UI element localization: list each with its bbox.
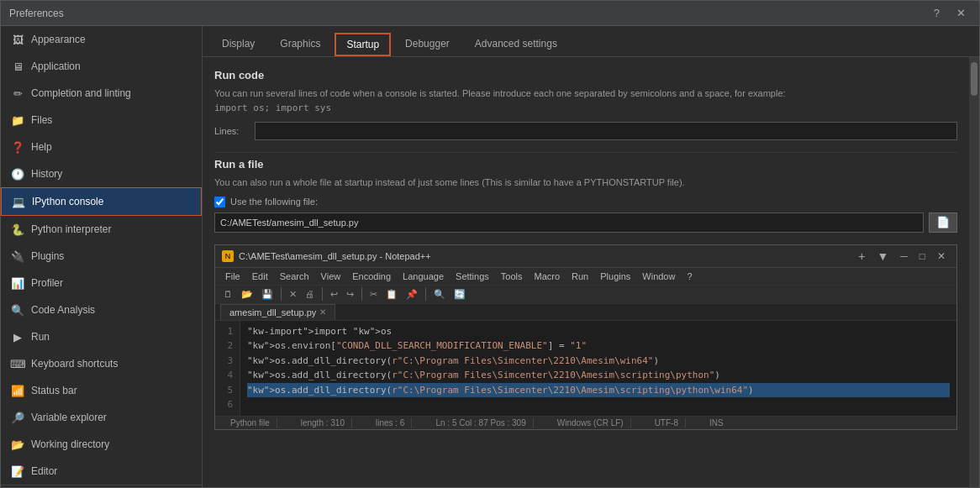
toolbar-undo[interactable]: ↩: [327, 287, 341, 302]
tab-graphics[interactable]: Graphics: [269, 33, 331, 56]
notepad-menubar: FileEditSearchViewEncodingLanguageSettin…: [215, 268, 956, 286]
sidebar-item-working-directory[interactable]: 📂 Working directory: [1, 431, 202, 458]
tab-display[interactable]: Display: [211, 33, 266, 56]
line-num-4: 4: [222, 368, 233, 383]
sidebar-item-appearance[interactable]: 🖼 Appearance: [1, 26, 202, 53]
sidebar-item-status-bar[interactable]: 📶 Status bar: [1, 377, 202, 404]
use-file-checkbox[interactable]: [214, 197, 225, 207]
notepad-menu-tools[interactable]: Tools: [496, 270, 528, 283]
toolbar-open[interactable]: 📂: [238, 287, 256, 302]
sidebar-item-completion[interactable]: ✏ Completion and linting: [1, 80, 202, 107]
file-path-input[interactable]: [214, 213, 924, 233]
close-button[interactable]: ✕: [951, 5, 971, 21]
notepad-title-left: N C:\AMETest\amesim_dll_setup.py - Notep…: [222, 250, 431, 262]
lines-input[interactable]: [255, 122, 957, 140]
notepad-file-tab[interactable]: amesim_dll_setup.py ✕: [220, 304, 335, 320]
line-num-5: 5: [222, 383, 233, 398]
sidebar-item-ipython[interactable]: 💻 IPython console: [1, 187, 202, 216]
notepad-dropdown-button[interactable]: ▼: [872, 249, 893, 264]
sidebar-item-run[interactable]: ▶ Run: [1, 323, 202, 350]
sidebar-item-profiler[interactable]: 📊 Profiler: [1, 270, 202, 296]
notepad-menu-encoding[interactable]: Encoding: [347, 270, 396, 283]
notepad-maximize-button[interactable]: □: [915, 249, 930, 263]
notepad-code-area: 123456 "kw-import">import "kw">os"kw">os…: [215, 321, 956, 417]
content-scroll-area[interactable]: Run code You can run several lines of co…: [203, 57, 969, 487]
tab-debugger[interactable]: Debugger: [394, 33, 461, 56]
sidebar-icon-appearance: 🖼: [11, 33, 24, 46]
toolbar-search[interactable]: 🔍: [430, 287, 449, 302]
notepad-menu-window[interactable]: Window: [637, 270, 680, 283]
tab-advanced[interactable]: Advanced settings: [464, 33, 568, 56]
run-code-desc: You can run several lines of code when a…: [214, 87, 957, 115]
sidebar-icon-variable-explorer: 🔎: [11, 411, 24, 424]
scrollbar-thumb[interactable]: [971, 62, 977, 96]
sidebar-icon-profiler: 📊: [11, 276, 24, 290]
scrollbar[interactable]: [969, 57, 979, 487]
toolbar-close[interactable]: ✕: [286, 287, 300, 302]
file-browse-button[interactable]: 📄: [929, 213, 957, 233]
titlebar: Preferences ? ✕: [1, 1, 979, 26]
run-file-section: Run a file You can also run a whole file…: [214, 158, 957, 233]
status-file-type: Python file: [224, 418, 277, 428]
notepad-minimize-button[interactable]: ─: [896, 249, 912, 263]
toolbar-copy[interactable]: 📋: [382, 287, 401, 302]
sidebar-footer: Reset to defaults: [1, 485, 202, 487]
sidebar-item-plugins[interactable]: 🔌 Plugins: [1, 243, 202, 270]
status-line-endings: Windows (CR LF): [551, 418, 631, 428]
line-num-3: 3: [222, 354, 233, 369]
sidebar-item-help[interactable]: ❓ Help: [1, 134, 202, 160]
sidebar-item-code-analysis[interactable]: 🔍 Code Analysis: [1, 296, 202, 323]
toolbar-print[interactable]: 🖨: [302, 287, 318, 301]
sidebar-item-files[interactable]: 📁 Files: [1, 107, 202, 134]
notepad-tab-close[interactable]: ✕: [319, 307, 326, 317]
sidebar-item-python-interpreter[interactable]: 🐍 Python interpreter: [1, 216, 202, 243]
notepad-menu-edit[interactable]: Edit: [247, 270, 273, 283]
sidebar-label-python-interpreter: Python interpreter: [31, 223, 111, 235]
sidebar-icon-code-analysis: 🔍: [11, 303, 24, 317]
toolbar-cut[interactable]: ✂: [366, 287, 381, 302]
sidebar-item-history[interactable]: 🕐 History: [1, 160, 202, 187]
sidebar-icon-keyboard: ⌨: [11, 357, 24, 370]
toolbar-replace[interactable]: 🔄: [450, 287, 469, 302]
sidebar-icon-help: ❓: [11, 140, 24, 154]
sidebar-label-status-bar: Status bar: [31, 385, 77, 396]
sidebar-icon-status-bar: 📶: [11, 384, 24, 397]
notepad-menu-run[interactable]: Run: [566, 270, 593, 283]
notepad-menu-file[interactable]: File: [220, 270, 245, 283]
sidebar-item-keyboard[interactable]: ⌨ Keyboard shortcuts: [1, 350, 202, 377]
notepad-statusbar: Python file length : 310 lines : 6 Ln : …: [215, 416, 956, 429]
notepad-add-button[interactable]: +: [854, 249, 869, 264]
toolbar-redo[interactable]: ↪: [343, 287, 357, 302]
sidebar-label-application: Application: [31, 60, 81, 72]
titlebar-controls: ? ✕: [929, 5, 971, 21]
toolbar-new[interactable]: 🗒: [220, 287, 236, 301]
code-content[interactable]: "kw-import">import "kw">os"kw">os.enviro…: [240, 321, 956, 417]
notepad-menu-view[interactable]: View: [316, 270, 346, 283]
notepad-close-button[interactable]: ✕: [933, 249, 950, 263]
preferences-window: Preferences ? ✕ 🖼 Appearance 🖥 Applicati…: [0, 0, 980, 488]
notepad-menu-macro[interactable]: Macro: [529, 270, 565, 283]
notepad-menu-search[interactable]: Search: [275, 270, 314, 283]
status-mode: INS: [703, 418, 730, 428]
toolbar-paste[interactable]: 📌: [403, 287, 421, 302]
sidebar-icon-ipython: 💻: [12, 195, 25, 208]
notepad-menu-settings[interactable]: Settings: [450, 270, 494, 283]
sidebar-label-variable-explorer: Variable explorer: [31, 412, 107, 423]
notepad-menu-language[interactable]: Language: [398, 270, 449, 283]
notepad-menu-help[interactable]: ?: [682, 270, 697, 283]
tab-startup[interactable]: Startup: [335, 33, 391, 56]
use-file-label: Use the following file:: [230, 197, 318, 207]
lines-row: Lines:: [214, 122, 957, 140]
sidebar-icon-python-interpreter: 🐍: [11, 223, 24, 236]
line-numbers: 123456: [215, 321, 240, 417]
sidebar-item-variable-explorer[interactable]: 🔎 Variable explorer: [1, 404, 202, 431]
sidebar-label-keyboard: Keyboard shortcuts: [31, 358, 118, 370]
sidebar-label-plugins: Plugins: [31, 250, 64, 262]
toolbar-save[interactable]: 💾: [258, 287, 277, 302]
sidebar-item-editor[interactable]: 📝 Editor: [1, 458, 202, 485]
notepad-menu-plugins[interactable]: Plugins: [595, 270, 635, 283]
tab-bar: DisplayGraphicsStartupDebuggerAdvanced s…: [203, 26, 979, 57]
sidebar-item-application[interactable]: 🖥 Application: [1, 53, 202, 80]
notepad-titlebar: N C:\AMETest\amesim_dll_setup.py - Notep…: [215, 245, 956, 268]
help-button[interactable]: ?: [929, 5, 945, 21]
